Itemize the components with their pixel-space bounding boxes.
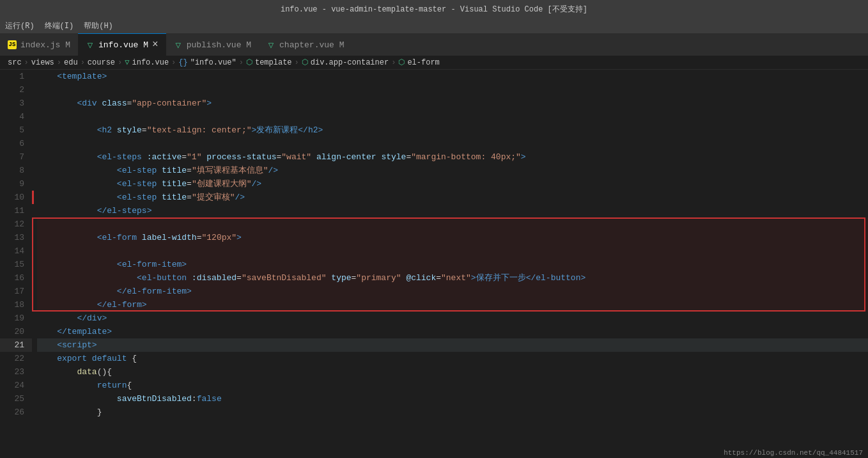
code-line-6 — [37, 137, 868, 150]
bc-info-vue-name: "info.vue" — [190, 58, 236, 67]
code-line-20: </template> — [37, 325, 868, 338]
code-area[interactable]: <template> <div class="app-container"> <… — [32, 70, 868, 458]
left-indicator — [32, 191, 34, 204]
breadcrumb: src › views › edu › course › ▽ info.vue … — [0, 56, 868, 70]
line-number-13: 13 — [0, 231, 32, 244]
line-number-23: 23 — [0, 365, 32, 379]
tab-publish-vue[interactable]: ▽ publish.vue M — [166, 33, 259, 56]
line-number-4: 4 — [0, 110, 32, 123]
code-line-25: saveBtnDisabled:false — [37, 392, 868, 406]
line-number-26: 26 — [0, 406, 32, 419]
title-bar: info.vue - vue-admin-template-master - V… — [0, 0, 868, 18]
line-number-12: 12 — [0, 217, 32, 231]
line-number-5: 5 — [0, 123, 32, 137]
code-line-5: <h2 style="text-align: center;">发布新课程</h… — [37, 123, 868, 137]
js-icon: JS — [8, 40, 17, 49]
code-line-8: <el-step title="填写课程基本信息"/> — [37, 164, 868, 177]
close-icon-info[interactable]: × — [152, 40, 159, 50]
code-line-3: <div class="app-container"> — [37, 97, 868, 110]
code-line-1: <template> — [37, 70, 868, 83]
line-number-22: 22 — [0, 352, 32, 365]
bc-tag-icon-2: ⬡ — [302, 58, 308, 67]
code-line-17: </el-form-item> — [37, 285, 868, 298]
tab-info-vue[interactable]: ▽ info.vue M × — [78, 33, 166, 56]
line-number-7: 7 — [0, 150, 32, 164]
line-number-20: 20 — [0, 325, 32, 338]
code-line-9: <el-step title="创建课程大纲"/> — [37, 177, 868, 191]
line-number-24: 24 — [0, 379, 32, 392]
bc-tag-icon-1: ⬡ — [246, 58, 252, 67]
line-number-15: 15 — [0, 258, 32, 271]
line-number-19: 19 — [0, 312, 32, 325]
line-number-14: 14 — [0, 244, 32, 258]
code-line-14 — [37, 244, 868, 258]
line-number-3: 3 — [0, 97, 32, 110]
code-line-10: <el-step title="提交审核"/> — [37, 191, 868, 204]
tab-chapter-vue[interactable]: ▽ chapter.vue M — [259, 33, 352, 56]
code-line-26: } — [37, 406, 868, 419]
tab-label-publish: publish.vue M — [187, 40, 251, 50]
line-number-17: 17 — [0, 285, 32, 298]
bc-course: course — [88, 58, 115, 67]
line-number-6: 6 — [0, 137, 32, 150]
title-text: info.vue - vue-admin-template-master - V… — [281, 4, 587, 15]
line-numbers: 1234567891011121314151617181920212223242… — [0, 70, 32, 458]
code-line-13: <el-form label-width="120px"> — [37, 231, 868, 244]
tabs-bar: JS index.js M ▽ info.vue M × ▽ publish.v… — [0, 33, 868, 56]
bc-div-app: div.app-container — [311, 58, 389, 67]
menu-run[interactable]: 运行(R) — [5, 20, 35, 31]
tab-label-info: info.vue M — [98, 40, 148, 50]
bc-edu: edu — [64, 58, 78, 67]
code-line-23: data(){ — [37, 365, 868, 379]
line-number-11: 11 — [0, 204, 32, 217]
editor-area: 1234567891011121314151617181920212223242… — [0, 70, 868, 458]
code-line-12 — [37, 217, 868, 231]
code-line-4 — [37, 110, 868, 123]
menu-terminal[interactable]: 终端(I) — [45, 20, 74, 31]
bc-obj-icon: {} — [178, 58, 187, 67]
bc-info-vue: info.vue — [132, 58, 169, 67]
menu-help[interactable]: 帮助(H) — [84, 20, 113, 31]
tab-label-index: index.js M — [20, 40, 70, 50]
code-line-18: </el-form> — [37, 298, 868, 312]
code-line-21: <script> — [37, 338, 868, 352]
line-number-1: 1 — [0, 70, 32, 83]
bc-el-form: el-form — [407, 58, 439, 67]
code-line-11: </el-steps> — [37, 204, 868, 217]
code-line-16: <el-button :disabled="saveBtnDisabled" t… — [37, 271, 868, 285]
line-number-10: 10 — [0, 191, 32, 204]
code-line-24: return{ — [37, 379, 868, 392]
code-line-22: export default { — [37, 352, 868, 365]
line-number-8: 8 — [0, 164, 32, 177]
line-number-21: 21 — [0, 338, 32, 352]
line-number-18: 18 — [0, 298, 32, 312]
menu-bar: 运行(R) 终端(I) 帮助(H) — [0, 18, 868, 33]
bc-tag-icon-3: ⬡ — [398, 58, 405, 67]
tab-index-js[interactable]: JS index.js M — [0, 33, 78, 56]
bc-template: template — [255, 58, 292, 67]
code-line-2 — [37, 83, 868, 97]
vue-icon-info: ▽ — [86, 40, 95, 49]
bc-views: views — [31, 58, 54, 67]
line-number-16: 16 — [0, 271, 32, 285]
line-number-9: 9 — [0, 177, 32, 191]
status-bar-url: https://blog.csdn.net/qq_44841517 — [718, 448, 868, 458]
code-line-19: </div> — [37, 312, 868, 325]
code-line-7: <el-steps :active="1" process-status="wa… — [37, 150, 868, 164]
vue-icon-publish: ▽ — [174, 40, 183, 49]
code-line-15: <el-form-item> — [37, 258, 868, 271]
tab-label-chapter: chapter.vue M — [279, 40, 344, 50]
line-number-2: 2 — [0, 83, 32, 97]
bc-src: src — [8, 58, 22, 67]
vue-icon-chapter: ▽ — [267, 40, 275, 49]
line-number-25: 25 — [0, 392, 32, 406]
bc-vue-icon: ▽ — [125, 58, 129, 67]
